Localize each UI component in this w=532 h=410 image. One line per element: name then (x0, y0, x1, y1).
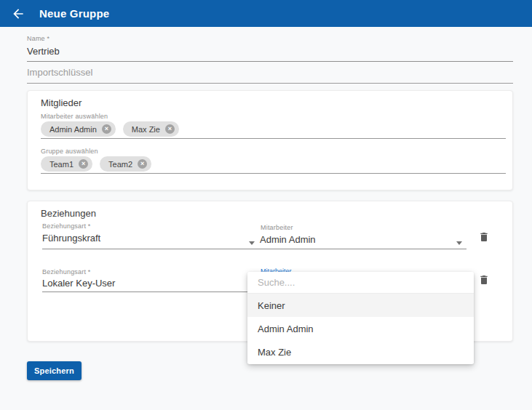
employee-chip[interactable]: Admin Admin × (41, 121, 116, 137)
relations-card-title: Beziehungen (41, 208, 96, 219)
delete-relation-button[interactable] (478, 273, 490, 286)
employee-chip-label: Admin Admin (49, 125, 97, 134)
chip-remove-icon[interactable]: × (165, 124, 175, 134)
members-card-title: Mitglieder (41, 97, 82, 108)
employee-select-label: Mitarbeiter auswählen (41, 113, 108, 120)
relation-type-label: Beziehungsart * (42, 222, 250, 230)
employee-chip-label: Max Zie (132, 125, 160, 134)
app-bar: Neue Gruppe (0, 0, 532, 27)
dropdown-search-input[interactable] (247, 272, 474, 294)
relation-type-select[interactable]: Beziehungsart * Führungskraft (42, 222, 250, 249)
relation-type-select[interactable]: Beziehungsart * Lokaler Key-User (42, 268, 250, 292)
group-chip-label: Team2 (108, 160, 132, 169)
save-button[interactable]: Speichern (27, 361, 82, 380)
group-select-label: Gruppe auswählen (41, 148, 98, 155)
import-key-input[interactable] (27, 64, 513, 84)
group-chip-row: Team1 × Team2 × (41, 156, 151, 172)
employee-select-underline[interactable] (41, 138, 506, 139)
group-chip[interactable]: Team1 × (41, 156, 92, 172)
trash-icon (478, 273, 490, 286)
relation-employee-label: Mitarbeiter (261, 224, 293, 231)
relation-type-value: Führungskraft (42, 233, 250, 244)
chip-remove-icon[interactable]: × (138, 159, 147, 169)
relation-type-value: Lokaler Key-User (42, 278, 250, 289)
trash-icon (478, 230, 490, 244)
name-field: Name * (27, 31, 513, 62)
page-title: Neue Gruppe (39, 7, 109, 20)
relation-employee-value: Admin Admin (260, 234, 467, 245)
import-key-field (27, 64, 513, 84)
name-label: Name * (27, 35, 49, 42)
chip-remove-icon[interactable]: × (102, 124, 111, 134)
chevron-down-icon (456, 241, 462, 245)
dropdown-option-keiner[interactable]: Keiner (247, 294, 474, 317)
relation-employee-select[interactable]: Mitarbeiter Admin Admin (250, 222, 467, 249)
back-arrow-icon[interactable] (11, 7, 25, 21)
group-chip[interactable]: Team2 × (100, 156, 151, 172)
relation-type-label: Beziehungsart * (42, 268, 250, 276)
members-card: Mitglieder Mitarbeiter auswählen Admin A… (27, 90, 513, 190)
employee-dropdown-menu: Keiner Admin Admin Max Zie (247, 272, 474, 364)
employee-chip-row: Admin Admin × Max Zie × (41, 121, 179, 137)
dropdown-option-admin-admin[interactable]: Admin Admin (247, 317, 474, 340)
delete-relation-button[interactable] (478, 230, 490, 244)
employee-chip[interactable]: Max Zie × (123, 121, 179, 137)
name-input[interactable] (27, 44, 513, 62)
dropdown-option-max-zie[interactable]: Max Zie (247, 340, 474, 363)
group-select-underline[interactable] (41, 173, 506, 174)
chip-remove-icon[interactable]: × (79, 159, 88, 169)
group-chip-label: Team1 (49, 160, 74, 169)
